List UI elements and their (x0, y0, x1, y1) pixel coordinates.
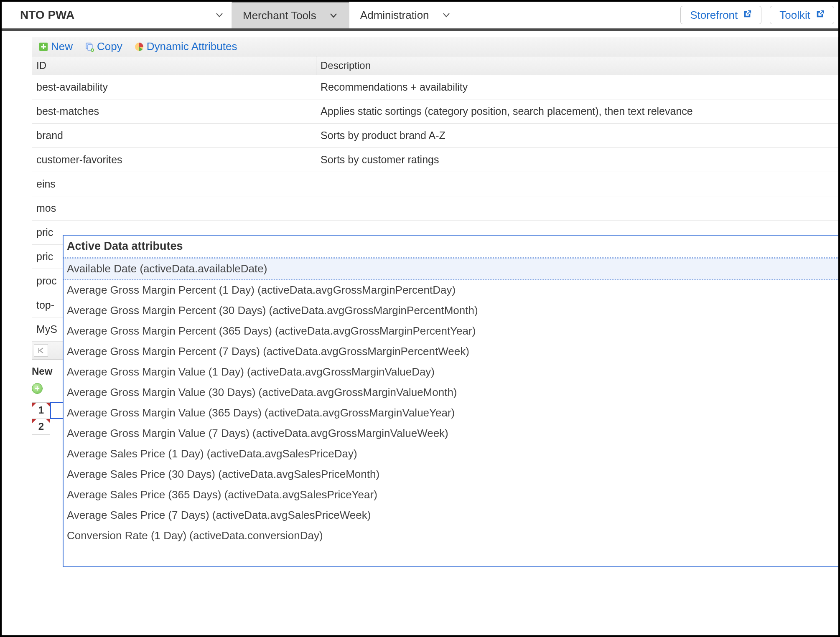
dropdown-item[interactable]: Average Sales Price (365 Days) (activeDa… (64, 485, 838, 505)
dropdown-item[interactable]: Average Gross Margin Percent (7 Days) (a… (64, 341, 838, 362)
plus-icon (38, 42, 48, 52)
copy-icon (84, 42, 94, 52)
chevron-down-icon (442, 10, 451, 20)
col-description[interactable]: Description (316, 56, 838, 75)
formula-line-gutter[interactable]: 2 (32, 419, 50, 435)
tab-administration[interactable]: Administration (349, 2, 462, 28)
line-number: 1 (38, 404, 44, 416)
dropdown-item[interactable]: Average Gross Margin Value (365 Days) (a… (64, 403, 838, 423)
link-label: Storefront (690, 9, 738, 22)
dropdown-item[interactable]: Average Gross Margin Percent (30 Days) (… (64, 300, 838, 321)
copy-button[interactable]: Copy (81, 39, 125, 54)
cell-id: best-availability (32, 75, 316, 99)
storefront-link[interactable]: Storefront (680, 6, 761, 24)
grid-header: ID Description (32, 56, 838, 75)
site-name: NTO PWA (20, 8, 74, 22)
add-button[interactable]: + (32, 383, 43, 394)
cell-id: best-matches (32, 99, 316, 123)
toolkit-link[interactable]: Toolkit (770, 6, 834, 24)
button-label: Copy (97, 40, 122, 53)
site-selector[interactable]: NTO PWA (2, 2, 232, 28)
cell-id: brand (32, 124, 316, 147)
table-row[interactable]: eins (32, 172, 838, 196)
dynamic-attributes-button[interactable]: Dynamic Attributes (131, 39, 240, 54)
cell-id: customer-favorites (32, 148, 316, 172)
dropdown-group-heading: Active Data attributes (64, 236, 838, 258)
grid-toolbar: New Copy Dynamic Attributes (32, 37, 838, 56)
chevron-down-icon (329, 11, 338, 20)
table-row[interactable]: best-availability Recommendations + avai… (32, 75, 838, 99)
tab-merchant-tools[interactable]: Merchant Tools (232, 0, 349, 28)
table-row[interactable]: best-matches Applies static sortings (ca… (32, 99, 838, 124)
dropdown-item[interactable]: Average Sales Price (7 Days) (activeData… (64, 505, 838, 525)
external-link-icon (815, 9, 825, 22)
content-area: New Copy Dynamic Attributes ID Descripti… (2, 31, 838, 435)
chevron-down-icon (215, 10, 224, 20)
pie-chart-icon (134, 42, 144, 52)
dropdown-item[interactable]: Average Sales Price (1 Day) (activeData.… (64, 444, 838, 464)
external-link-icon (743, 9, 752, 22)
dropdown-item[interactable]: Average Gross Margin Value (7 Days) (act… (64, 423, 838, 444)
button-label: New (51, 40, 73, 53)
tab-label: Administration (360, 9, 429, 22)
cell-desc: Sorts by customer ratings (316, 148, 838, 172)
cell-desc: Applies static sortings (category positi… (316, 99, 838, 123)
col-id[interactable]: ID (32, 56, 316, 75)
tab-label: Merchant Tools (243, 9, 316, 22)
cell-id: mos (32, 196, 316, 220)
dropdown-item[interactable]: Available Date (activeData.availableDate… (64, 258, 838, 280)
line-number: 2 (38, 421, 44, 432)
dropdown-item[interactable]: Average Gross Margin Value (30 Days) (ac… (64, 382, 838, 403)
new-button[interactable]: New (36, 39, 76, 54)
dropdown-item[interactable]: Average Gross Margin Percent (365 Days) … (64, 321, 838, 341)
table-row[interactable]: mos (32, 196, 838, 221)
attribute-autocomplete-dropdown: Active Data attributes Available Date (a… (63, 235, 838, 567)
cell-desc: Recommendations + availability (316, 75, 838, 99)
button-label: Dynamic Attributes (147, 40, 237, 53)
formula-line-gutter[interactable]: 1 (32, 402, 50, 419)
dropdown-item[interactable]: Average Sales Price (30 Days) (activeDat… (64, 464, 838, 485)
cell-id: eins (32, 172, 316, 196)
pager-first-button[interactable] (34, 344, 48, 357)
dropdown-item[interactable]: Conversion Rate (1 Day) (activeData.conv… (64, 525, 838, 546)
dropdown-item[interactable]: Average Gross Margin Value (1 Day) (acti… (64, 362, 838, 382)
dropdown-item[interactable]: Average Gross Margin Percent (1 Day) (ac… (64, 280, 838, 300)
top-nav: NTO PWA Merchant Tools Administration St… (2, 2, 838, 31)
link-label: Toolkit (779, 9, 810, 22)
cell-desc: Sorts by product brand A-Z (316, 124, 838, 147)
table-row[interactable]: customer-favorites Sorts by customer rat… (32, 148, 838, 172)
table-row[interactable]: brand Sorts by product brand A-Z (32, 124, 838, 148)
